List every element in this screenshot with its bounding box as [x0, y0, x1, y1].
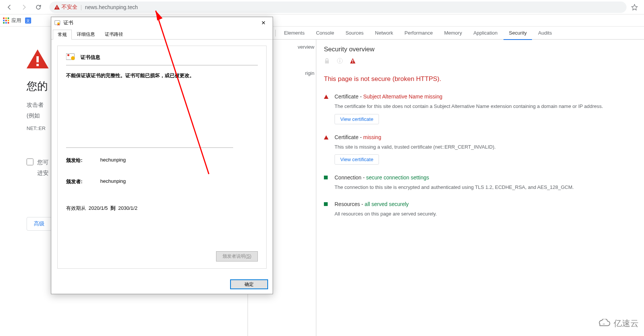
apps-button[interactable]: 应用 [3, 17, 21, 24]
cert-info-title: 证书信息 [80, 54, 100, 61]
advanced-button[interactable]: 高级 [27, 217, 52, 231]
reload-icon [35, 4, 42, 11]
warning-triangle-icon [54, 4, 60, 10]
security-item-title: Connection - secure connection settings [335, 174, 636, 181]
cert-validity-row: 有效期从 2020/1/5 到 2030/1/2 [66, 205, 258, 212]
info-icon [337, 58, 343, 64]
security-item-status: missing [363, 134, 381, 140]
not-secure-indicator[interactable]: 不安全 [54, 4, 77, 11]
security-item-status: all served securely [365, 201, 409, 207]
security-item-desc: The connection to this site is encrypted… [335, 184, 636, 191]
warning-bullet-icon [324, 135, 328, 140]
address-url: news.hechunping.tech [85, 4, 138, 10]
nav-forward-button[interactable] [17, 2, 30, 13]
svg-rect-14 [352, 62, 353, 63]
devtools-tabbar: Elements Console Sources Network Perform… [248, 27, 644, 40]
cert-issued-by-value: hechunping [100, 178, 126, 185]
security-item-body: Connection - secure connection settingsT… [335, 174, 636, 191]
bookmark-star-button[interactable] [628, 2, 641, 13]
cert-tabs: 常规 详细信息 证书路径 [51, 29, 273, 40]
security-item-desc: All resources on this page are served se… [335, 210, 636, 218]
cert-valid-label: 有效期从 [66, 205, 86, 211]
browser-toolbar: 不安全 | news.hechunping.tech [0, 0, 644, 14]
tab-sources[interactable]: Sources [340, 27, 369, 40]
security-item-title-prefix: Resources - [335, 201, 365, 207]
tab-elements[interactable]: Elements [279, 27, 310, 40]
bookmark-item[interactable]: 文 [25, 17, 31, 24]
not-secure-text: 不安全 [62, 4, 77, 11]
tab-audits[interactable]: Audits [533, 27, 557, 40]
cert-valid-to-word: 到 [110, 205, 115, 211]
security-item: Resources - all served securelyAll resou… [324, 201, 636, 218]
svg-text:∞: ∞ [603, 322, 605, 326]
devtools-panel: Elements Console Sources Network Perform… [248, 27, 644, 336]
svg-text:文: 文 [26, 19, 30, 23]
security-item-title: Resources - all served securely [335, 201, 636, 207]
arrow-left-icon [6, 4, 13, 11]
tab-application[interactable]: Application [468, 27, 503, 40]
tab-security[interactable]: Security [504, 27, 532, 40]
apps-grid-icon [3, 17, 9, 24]
cert-body: 证书信息 不能保证该证书的完整性。证书可能已损坏，或已被更改。 颁发给: hec… [51, 40, 273, 275]
watermark: ∞ 亿速云 [596, 318, 639, 329]
error-big-icon [27, 49, 49, 68]
svg-rect-12 [339, 59, 340, 60]
security-item-status: secure connection settings [366, 174, 429, 181]
security-item-title-prefix: Certificate - [335, 134, 363, 140]
cert-issued-by-label: 颁发者: [66, 178, 100, 185]
cert-titlebar: 证书 ✕ [51, 17, 273, 29]
tab-console[interactable]: Console [311, 27, 339, 40]
security-item-body: Resources - all served securelyAll resou… [335, 201, 636, 218]
view-certificate-button[interactable]: View certificate [335, 114, 379, 124]
view-certificate-button[interactable]: View certificate [335, 154, 379, 165]
warning-bullet-icon [324, 95, 328, 99]
watermark-text: 亿速云 [614, 318, 639, 329]
svg-rect-1 [57, 8, 57, 8]
ok-bullet-icon [324, 176, 328, 180]
security-main: Security overview This page is not secur… [316, 40, 644, 336]
cert-tab-general[interactable]: 常规 [53, 30, 72, 40]
svg-rect-5 [36, 64, 39, 66]
arrow-right-icon [21, 4, 27, 11]
security-item-body: Certificate - Subject Alternative Name m… [335, 94, 636, 124]
apps-label: 应用 [11, 17, 21, 24]
tab-performance[interactable]: Performance [399, 27, 438, 40]
cert-window-title: 证书 [63, 19, 73, 26]
security-item: Certificate - Subject Alternative Name m… [324, 94, 636, 124]
security-item: Certificate - missingThis site is missin… [324, 134, 636, 165]
tab-network[interactable]: Network [370, 27, 399, 40]
address-bar[interactable]: 不安全 | news.hechunping.tech [49, 2, 627, 13]
cert-warning-line: 不能保证该证书的完整性。证书可能已损坏，或已被更改。 [66, 72, 258, 79]
cert-info-header: 证书信息 [66, 53, 258, 65]
cert-valid-from: 2020/1/5 [88, 205, 108, 211]
translate-icon: 文 [25, 17, 31, 24]
svg-rect-11 [339, 60, 340, 62]
cert-inner: 证书信息 不能保证该证书的完整性。证书可能已损坏，或已被更改。 颁发给: hec… [57, 46, 267, 269]
cert-button-row: 确定 [51, 275, 273, 294]
security-item-desc: This site is missing a valid, trusted ce… [335, 143, 636, 151]
security-item-title: Certificate - missing [335, 134, 636, 140]
svg-point-19 [67, 54, 69, 56]
report-line2: 进安 [37, 168, 49, 178]
cert-issued-to-value: hechunping [100, 157, 126, 164]
issuer-statement-button: 颁发者说明(S) [216, 251, 258, 262]
report-line1: 您可 [37, 158, 49, 167]
svg-point-18 [71, 56, 75, 60]
svg-rect-9 [325, 60, 329, 63]
cert-tab-path[interactable]: 证书路径 [100, 29, 128, 39]
cert-ok-button[interactable]: 确定 [230, 279, 268, 289]
security-item-body: Certificate - missingThis site is missin… [335, 134, 636, 165]
tab-memory[interactable]: Memory [439, 27, 467, 40]
warning-red-icon [350, 58, 356, 64]
nav-back-button[interactable] [3, 2, 16, 13]
cert-issued-by-row: 颁发者: hechunping [66, 178, 258, 185]
cert-valid-to: 2030/1/2 [118, 205, 137, 211]
nav-reload-button[interactable] [32, 2, 45, 13]
cert-tab-details[interactable]: 详细信息 [72, 29, 100, 39]
cert-issued-to-label: 颁发给: [66, 157, 100, 164]
certificate-icon [54, 20, 60, 26]
cert-close-button[interactable]: ✕ [257, 19, 270, 27]
security-item: Connection - secure connection settingsT… [324, 174, 636, 191]
report-checkbox[interactable] [27, 158, 33, 165]
security-item-desc: The certificate for this site does not c… [335, 103, 636, 110]
